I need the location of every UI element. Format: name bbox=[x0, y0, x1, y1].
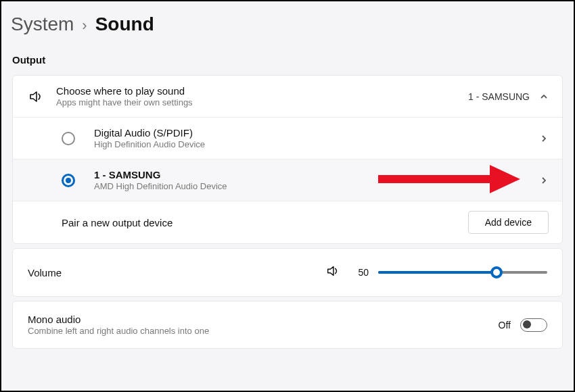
breadcrumb-parent[interactable]: System bbox=[11, 14, 74, 35]
mono-audio-title: Mono audio bbox=[28, 314, 489, 325]
add-device-button[interactable]: Add device bbox=[468, 211, 549, 234]
output-device-item[interactable]: Digital Audio (S/PDIF) High Definition A… bbox=[13, 118, 562, 160]
mono-audio-subtitle: Combine left and right audio channels in… bbox=[28, 326, 489, 336]
mono-audio-card: Mono audio Combine left and right audio … bbox=[12, 301, 563, 349]
chevron-right-icon: › bbox=[82, 17, 87, 34]
speaker-icon bbox=[26, 89, 45, 105]
speaker-icon[interactable] bbox=[325, 264, 340, 281]
volume-value: 50 bbox=[350, 267, 369, 278]
radio-unchecked-icon[interactable] bbox=[62, 132, 75, 145]
device-driver: High Definition Audio Device bbox=[94, 139, 528, 149]
volume-slider[interactable] bbox=[378, 266, 547, 278]
output-devices-card: Choose where to play sound Apps might ha… bbox=[12, 75, 563, 244]
current-output-value: 1 - SAMSUNG bbox=[468, 91, 530, 102]
breadcrumb: System › Sound bbox=[1, 1, 574, 41]
radio-checked-icon[interactable] bbox=[62, 174, 75, 187]
mono-toggle[interactable] bbox=[520, 318, 547, 332]
mono-toggle-state: Off bbox=[499, 320, 511, 330]
output-section-label: Output bbox=[1, 41, 574, 71]
volume-card: Volume 50 bbox=[12, 248, 563, 297]
volume-label: Volume bbox=[28, 267, 316, 278]
choose-output-title: Choose where to play sound bbox=[56, 85, 457, 97]
device-name: Digital Audio (S/PDIF) bbox=[94, 127, 528, 139]
pair-device-label: Pair a new output device bbox=[62, 217, 457, 228]
output-device-item[interactable]: 1 - SAMSUNG AMD High Definition Audio De… bbox=[13, 160, 562, 201]
device-name: 1 - SAMSUNG bbox=[94, 169, 528, 180]
breadcrumb-current: Sound bbox=[95, 14, 154, 35]
chevron-right-icon[interactable] bbox=[539, 176, 549, 185]
choose-output-subtitle: Apps might have their own settings bbox=[56, 97, 457, 107]
pair-device-row: Pair a new output device Add device bbox=[13, 201, 562, 243]
chevron-up-icon bbox=[539, 92, 549, 101]
device-driver: AMD High Definition Audio Device bbox=[94, 181, 528, 191]
chevron-right-icon[interactable] bbox=[539, 134, 549, 143]
choose-output-row[interactable]: Choose where to play sound Apps might ha… bbox=[13, 76, 562, 118]
